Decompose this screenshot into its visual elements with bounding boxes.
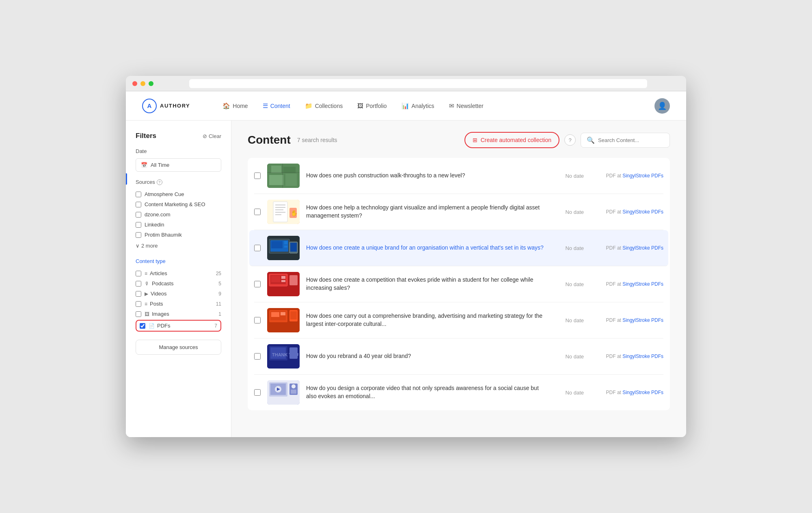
source-content-marketing[interactable]: Content Marketing & SEO: [136, 199, 221, 209]
svg-rect-35: [281, 312, 285, 315]
source-atmosphere[interactable]: Atmosphere Cue: [136, 189, 221, 199]
filters-title: Filters: [136, 132, 156, 140]
type-videos-checkbox[interactable]: [136, 291, 141, 297]
podcasts-icon: 🎙: [145, 281, 149, 287]
svg-rect-1: [271, 166, 281, 173]
item-4-checkbox[interactable]: [254, 281, 261, 287]
item-5-date: No date: [555, 317, 584, 323]
active-indicator: [126, 173, 127, 185]
type-podcasts[interactable]: 🎙 Podcasts 5: [136, 278, 221, 289]
portfolio-icon: 🖼: [357, 102, 363, 109]
source-linkedin[interactable]: Linkedin: [136, 220, 221, 230]
nav-item-newsletter[interactable]: ✉ Newsletter: [449, 102, 484, 110]
sidebar-header: Filters ⊘ Clear: [136, 132, 221, 140]
close-button[interactable]: [132, 81, 137, 86]
item-4-thumbnail: [267, 272, 300, 296]
date-picker[interactable]: 📅 All Time: [136, 158, 221, 172]
type-posts-checkbox[interactable]: [136, 301, 141, 307]
search-input[interactable]: [598, 137, 664, 143]
item-3-date: No date: [555, 245, 584, 251]
logo[interactable]: A AUTHORY: [142, 99, 190, 113]
item-3-thumbnail: [267, 236, 300, 260]
list-item: How does one push construction walk-thro…: [254, 158, 663, 194]
item-1-title: How does one push construction walk-thro…: [306, 172, 549, 180]
content-icon: ☰: [263, 102, 268, 110]
help-button[interactable]: ?: [564, 134, 576, 146]
nav-item-content[interactable]: ☰ Content: [263, 102, 290, 110]
svg-rect-4: [285, 174, 297, 186]
item-5-checkbox[interactable]: [254, 317, 261, 323]
svg-rect-34: [271, 312, 279, 317]
type-articles[interactable]: ≡ Articles 25: [136, 268, 221, 278]
svg-rect-12: [275, 212, 285, 213]
item-1-date: No date: [555, 173, 584, 179]
nav-item-collections[interactable]: 📁 Collections: [305, 102, 343, 110]
manage-sources-button[interactable]: Manage sources: [136, 340, 221, 355]
content-area: Content 7 search results ⊞ Create automa…: [231, 121, 686, 437]
item-2-source: PDF at SingylStroke PDFs: [590, 209, 663, 215]
item-6-checkbox[interactable]: [254, 353, 261, 360]
search-icon: 🔍: [587, 136, 595, 144]
item-1-checkbox[interactable]: [254, 172, 261, 179]
svg-text:✋: ✋: [291, 210, 298, 217]
item-3-checkbox[interactable]: [254, 245, 261, 251]
header-actions: ⊞ Create automated collection ? 🔍: [464, 132, 670, 148]
item-2-checkbox[interactable]: [254, 209, 261, 215]
source-linkedin-checkbox[interactable]: [136, 222, 141, 228]
sources-help-icon[interactable]: ?: [157, 179, 162, 185]
type-articles-checkbox[interactable]: [136, 271, 141, 276]
item-2-date: No date: [555, 209, 584, 215]
articles-icon: ≡: [145, 271, 147, 276]
nav-item-analytics[interactable]: 📊 Analytics: [402, 102, 434, 110]
nav-item-portfolio[interactable]: 🖼 Portfolio: [357, 102, 387, 109]
list-item: How do you design a corporate video that…: [254, 375, 663, 410]
navbar: A AUTHORY 🏠 Home ☰ Content 📁 Collections…: [126, 91, 686, 121]
svg-rect-50: [291, 390, 296, 394]
more-sources-link[interactable]: ∨ 2 more: [136, 241, 221, 250]
item-5-source: PDF at SingylStroke PDFs: [590, 317, 663, 323]
source-dzone-checkbox[interactable]: [136, 212, 141, 218]
list-item: How does one carry out a comprehensive b…: [254, 302, 663, 338]
nav-item-home[interactable]: 🏠 Home: [222, 102, 248, 110]
chevron-down-icon: ∨: [136, 243, 140, 249]
type-posts[interactable]: ≡ Posts 11: [136, 299, 221, 309]
item-4-date: No date: [555, 281, 584, 287]
type-images-checkbox[interactable]: [136, 311, 141, 317]
item-5-thumbnail: [267, 308, 300, 332]
pdfs-icon: 📄: [149, 323, 155, 329]
minimize-button[interactable]: [140, 81, 145, 86]
images-icon: 🖼: [145, 311, 149, 317]
page-title: Content: [248, 134, 291, 147]
item-3-source: PDF at SingylStroke PDFs: [590, 245, 663, 251]
source-dzone[interactable]: dzone.com: [136, 209, 221, 220]
type-videos[interactable]: ▶ Videos 9: [136, 289, 221, 299]
maximize-button[interactable]: [149, 81, 153, 86]
item-2-title: How does one help a technology giant vis…: [306, 204, 549, 220]
type-pdfs-checkbox[interactable]: [140, 323, 145, 329]
source-protim-checkbox[interactable]: [136, 232, 141, 238]
list-item: How does one create a unique brand for a…: [249, 230, 668, 266]
item-3-title[interactable]: How does one create a unique brand for a…: [306, 244, 549, 252]
source-protim[interactable]: Protim Bhaumik: [136, 230, 221, 240]
type-podcasts-checkbox[interactable]: [136, 281, 141, 287]
item-7-checkbox[interactable]: [254, 389, 261, 396]
item-1-source: PDF at SingylStroke PDFs: [590, 173, 663, 179]
type-pdfs[interactable]: 📄 PDFs 7: [136, 320, 221, 332]
avatar[interactable]: 👤: [654, 98, 670, 114]
date-section-label: Date: [136, 148, 221, 154]
item-6-source: PDF at SingylStroke PDFs: [590, 353, 663, 359]
item-6-date: No date: [555, 353, 584, 360]
home-icon: 🏠: [222, 102, 230, 110]
create-collection-button[interactable]: ⊞ Create automated collection: [464, 132, 559, 148]
svg-rect-29: [281, 280, 285, 282]
filter-icon: ⊘: [203, 133, 207, 139]
source-content-marketing-checkbox[interactable]: [136, 202, 141, 207]
svg-rect-21: [284, 246, 287, 248]
content-type-label: Content type: [136, 258, 221, 264]
item-5-title: How does one carry out a comprehensive b…: [306, 312, 549, 328]
posts-icon: ≡: [145, 301, 147, 307]
type-images[interactable]: 🖼 Images 1: [136, 309, 221, 319]
item-2-thumbnail: ✋: [267, 200, 300, 224]
source-atmosphere-checkbox[interactable]: [136, 192, 141, 197]
clear-button[interactable]: ⊘ Clear: [203, 133, 221, 139]
